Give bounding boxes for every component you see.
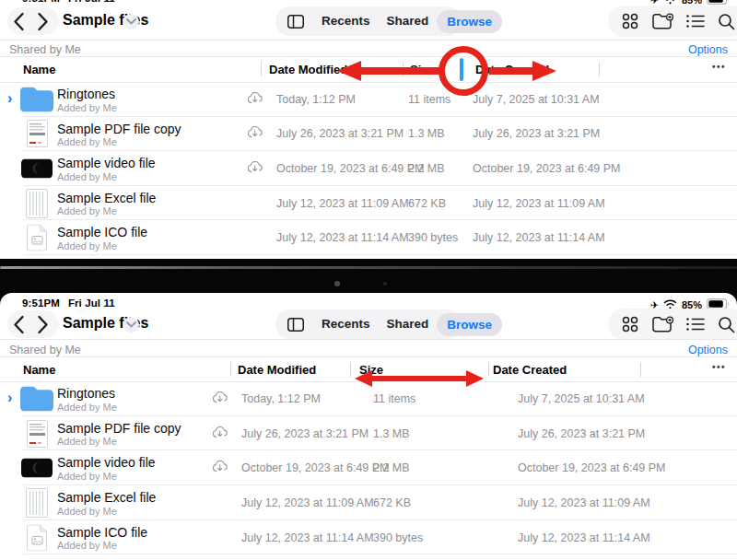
more-columns-button[interactable]: ••• bbox=[712, 362, 726, 372]
file-name[interactable]: Sample PDF file copy bbox=[57, 421, 181, 436]
date-created-cell: July 26, 2023 at 3:21 PM bbox=[518, 427, 645, 440]
file-name[interactable]: Sample Excel file bbox=[57, 490, 156, 505]
file-subtitle: Added by Me bbox=[57, 205, 117, 216]
more-columns-button[interactable]: ••• bbox=[712, 62, 726, 72]
segmented-control: Recents Shared Browse bbox=[275, 6, 462, 36]
tab-browse[interactable]: Browse bbox=[437, 10, 502, 33]
options-link[interactable]: Options bbox=[688, 43, 728, 56]
file-name[interactable]: Sample video file bbox=[57, 455, 156, 470]
file-name[interactable]: Sample PDF file copy bbox=[57, 122, 181, 136]
navigation-bar: Sample files Recents Shared Browse bbox=[0, 6, 737, 37]
date-modified-cell: July 26, 2023 at 3:21 PM bbox=[276, 127, 404, 140]
date-modified-cell: Today, 1:12 PM bbox=[241, 392, 321, 405]
column-divider[interactable] bbox=[599, 62, 600, 76]
column-header-name[interactable]: Name bbox=[23, 363, 55, 377]
status-date: Fri Jul 11 bbox=[68, 298, 115, 309]
table-row[interactable]: Sample Excel fileAdded by MeJuly 12, 202… bbox=[0, 186, 737, 221]
date-created-cell: July 12, 2023 at 11:09 AM bbox=[518, 496, 650, 509]
column-divider[interactable] bbox=[488, 362, 489, 377]
table-row[interactable]: Sample ICO fileAdded by MeJuly 12, 2023 … bbox=[0, 220, 737, 255]
column-header-created[interactable]: Date Created bbox=[493, 363, 567, 377]
table-row[interactable]: Sample video fileAdded by MeOctober 19, … bbox=[0, 450, 737, 485]
table-row[interactable]: ›RingtonesAdded by MeToday, 1:12 PM11 it… bbox=[0, 82, 737, 117]
search-icon[interactable] bbox=[718, 13, 735, 30]
size-cell: 390 bytes bbox=[373, 531, 423, 544]
pdf-file-icon bbox=[19, 120, 54, 147]
circles-grid-icon[interactable] bbox=[621, 315, 639, 333]
folder-file-icon bbox=[19, 386, 54, 411]
date-created-cell: July 7, 2025 at 10:31 AM bbox=[473, 93, 600, 106]
file-subtitle: Added by Me bbox=[57, 402, 117, 413]
list-view-icon[interactable] bbox=[686, 317, 705, 332]
search-icon[interactable] bbox=[718, 316, 735, 333]
annotation-arrow-right bbox=[532, 61, 556, 81]
table-row[interactable]: Sample ICO fileAdded by MeJuly 12, 2023 … bbox=[0, 520, 737, 555]
date-modified-cell: July 12, 2023 at 11:09 AM bbox=[276, 197, 409, 210]
pdf-file-icon bbox=[19, 420, 54, 448]
forward-button[interactable] bbox=[37, 12, 49, 35]
size-cell: 2.2 MB bbox=[408, 162, 445, 175]
status-time-date: 9:51PMFri Jul 11 bbox=[22, 0, 115, 4]
file-name[interactable]: Sample ICO file bbox=[57, 225, 147, 239]
sidebar-toggle-icon[interactable] bbox=[287, 15, 304, 29]
disclosure-chevron-icon[interactable]: › bbox=[7, 91, 12, 106]
file-list: ›RingtonesAdded by MeToday, 1:12 PM11 it… bbox=[0, 82, 737, 255]
tab-recents[interactable]: Recents bbox=[313, 309, 379, 339]
cloud-download-icon[interactable] bbox=[247, 91, 263, 108]
file-name[interactable]: Sample video file bbox=[57, 156, 156, 170]
file-name[interactable]: Ringtones bbox=[57, 386, 115, 401]
annotation-resize-arrow-shaft bbox=[370, 376, 468, 381]
chevron-down-icon[interactable] bbox=[123, 317, 139, 332]
date-modified-cell: July 12, 2023 at 11:14 AM bbox=[241, 531, 374, 544]
date-created-cell: July 12, 2023 at 11:14 AM bbox=[473, 231, 605, 244]
table-row[interactable]: Sample PDF file copyAdded by MeJuly 26, … bbox=[0, 416, 737, 451]
file-name[interactable]: Sample ICO file bbox=[57, 525, 147, 540]
cloud-download-icon[interactable] bbox=[247, 160, 263, 177]
size-cell: 390 bytes bbox=[408, 231, 458, 244]
circles-grid-icon[interactable] bbox=[621, 12, 639, 30]
disclosure-chevron-icon[interactable]: › bbox=[7, 391, 12, 405]
table-row[interactable]: Sample PDF file copyAdded by MeJuly 26, … bbox=[0, 117, 737, 152]
date-created-cell: July 12, 2023 at 11:09 AM bbox=[473, 197, 605, 210]
column-divider[interactable] bbox=[230, 362, 231, 377]
column-divider[interactable] bbox=[261, 62, 262, 76]
column-header-name[interactable]: Name bbox=[23, 63, 55, 76]
shared-by-label: Shared by Me bbox=[9, 43, 81, 56]
chevron-down-icon[interactable] bbox=[123, 14, 139, 29]
cloud-download-icon[interactable] bbox=[212, 391, 228, 407]
video-file-icon bbox=[19, 158, 54, 178]
table-row[interactable]: Sample Excel fileAdded by MeJuly 12, 202… bbox=[0, 485, 737, 520]
back-button[interactable] bbox=[13, 315, 25, 338]
status-time: 9:51PM bbox=[22, 0, 60, 4]
sidebar-toggle-icon[interactable] bbox=[287, 318, 304, 332]
file-name[interactable]: Sample Excel file bbox=[57, 191, 156, 205]
cloud-download-icon[interactable] bbox=[212, 426, 228, 442]
column-header-modified[interactable]: Date Modified bbox=[238, 363, 316, 377]
tab-recents[interactable]: Recents bbox=[313, 6, 379, 36]
column-divider[interactable] bbox=[640, 362, 641, 377]
size-cell: 11 items bbox=[408, 93, 450, 106]
toolbar bbox=[608, 6, 737, 37]
cloud-download-icon[interactable] bbox=[247, 125, 263, 142]
table-row[interactable]: Sample video fileAdded by MeOctober 19, … bbox=[0, 151, 737, 186]
ico-file-icon bbox=[19, 524, 54, 551]
options-link[interactable]: Options bbox=[688, 344, 728, 356]
date-created-cell: July 7, 2025 at 10:31 AM bbox=[518, 392, 645, 405]
date-created-cell: October 19, 2023 at 6:49 PM bbox=[473, 162, 621, 175]
tab-shared[interactable]: Shared bbox=[379, 6, 438, 36]
new-folder-icon[interactable] bbox=[652, 316, 673, 333]
file-name[interactable]: Ringtones bbox=[57, 87, 115, 101]
tab-shared[interactable]: Shared bbox=[379, 309, 438, 339]
column-header-modified[interactable]: Date Modified bbox=[269, 63, 347, 76]
list-view-icon[interactable] bbox=[686, 14, 705, 29]
sensor-dot bbox=[383, 282, 387, 286]
cloud-download-icon[interactable] bbox=[212, 460, 228, 476]
navigation-bar: Sample files Recents Shared Browse bbox=[0, 309, 737, 340]
column-divider[interactable] bbox=[350, 362, 351, 377]
new-folder-icon[interactable] bbox=[652, 13, 673, 30]
back-button[interactable] bbox=[13, 12, 25, 35]
forward-button[interactable] bbox=[37, 315, 49, 338]
tab-browse[interactable]: Browse bbox=[437, 313, 502, 336]
date-modified-cell: October 19, 2023 at 6:49 PM bbox=[241, 461, 390, 474]
file-subtitle: Added by Me bbox=[57, 471, 117, 482]
